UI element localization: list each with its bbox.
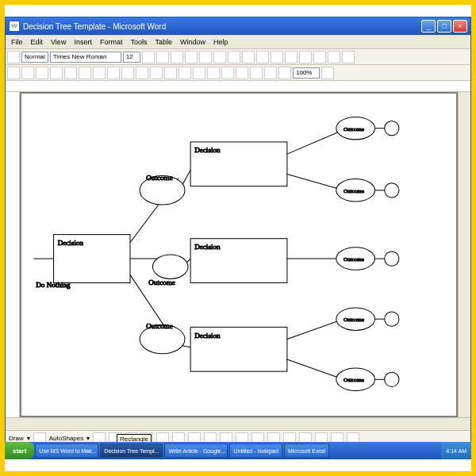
- vertical-ruler[interactable]: [6, 92, 20, 417]
- italic-button[interactable]: [156, 51, 169, 63]
- windows-taskbar: start Use MS Word to Mak... Decision Tre…: [5, 442, 471, 459]
- menu-file[interactable]: File: [7, 38, 27, 46]
- taskbar-item-1[interactable]: Use MS Word to Mak...: [35, 443, 98, 458]
- system-tray[interactable]: 4:14 AM: [441, 442, 471, 459]
- font-size-select[interactable]: 12: [123, 52, 140, 63]
- new-button[interactable]: [7, 67, 20, 79]
- decision-label-mid: Decision: [194, 243, 221, 251]
- menu-window[interactable]: Window: [176, 38, 209, 46]
- outcome-label-mid: Outcome: [148, 278, 175, 286]
- svg-line-7: [287, 130, 344, 154]
- borders-button[interactable]: [313, 51, 326, 63]
- horizontal-ruler[interactable]: [6, 81, 470, 92]
- decision-label-root: Decision: [58, 239, 84, 247]
- open-button[interactable]: [21, 67, 34, 79]
- terminal-circle-e[interactable]: [385, 372, 399, 386]
- spelling-button[interactable]: [79, 67, 91, 79]
- svg-line-6: [182, 346, 190, 347]
- menu-tools[interactable]: Tools: [126, 38, 151, 46]
- svg-line-8: [287, 175, 344, 190]
- start-button[interactable]: start: [5, 442, 34, 459]
- font-select[interactable]: Times New Roman: [50, 52, 121, 63]
- menu-table[interactable]: Table: [151, 38, 176, 46]
- justify-button[interactable]: [228, 51, 240, 63]
- close-button[interactable]: ×: [453, 20, 467, 33]
- maximize-button[interactable]: □: [437, 20, 451, 33]
- show-hide-button[interactable]: [278, 67, 291, 79]
- drawing-button[interactable]: [250, 67, 263, 79]
- vertical-scrollbar[interactable]: [458, 92, 470, 417]
- redo-button[interactable]: [164, 67, 177, 79]
- taskbar-item-3[interactable]: Write Article - Google...: [164, 443, 228, 458]
- style-select[interactable]: Normal: [21, 52, 48, 63]
- highlight-button[interactable]: [328, 51, 340, 63]
- hyperlink-button[interactable]: [178, 67, 191, 79]
- font-color-button[interactable]: [342, 51, 355, 63]
- align-center-button[interactable]: [199, 51, 212, 63]
- decision-label-top: Decision: [194, 146, 221, 154]
- line-spacing-button[interactable]: [242, 51, 255, 63]
- word-app-icon: W: [9, 21, 20, 32]
- app-window: W Decision Tree Template - Microsoft Wor…: [5, 17, 471, 459]
- menu-insert[interactable]: Insert: [70, 38, 96, 46]
- outcome-label-top: Outcome: [146, 174, 172, 182]
- undo-button[interactable]: [150, 67, 163, 79]
- terminal-circle-d[interactable]: [385, 312, 399, 326]
- doc-map-button[interactable]: [264, 67, 277, 79]
- start-label: start: [13, 447, 26, 455]
- draw-menu[interactable]: Draw: [9, 435, 24, 442]
- decision-label-bot: Decision: [194, 332, 221, 340]
- tables-borders-button[interactable]: [193, 67, 205, 79]
- outcome-small-label-a: Outcome: [344, 126, 364, 132]
- terminal-circle-c[interactable]: [385, 251, 399, 266]
- format-painter-button[interactable]: [136, 67, 148, 79]
- autoshapes-menu[interactable]: AutoShapes: [49, 435, 84, 442]
- horizontal-scrollbar[interactable]: [6, 417, 470, 430]
- align-left-button[interactable]: [185, 51, 198, 63]
- outcome-small-label-c: Outcome: [344, 256, 364, 263]
- svg-line-5: [186, 259, 190, 263]
- taskbar-item-5[interactable]: Microsoft Excel: [284, 443, 329, 458]
- copy-button[interactable]: [107, 67, 120, 79]
- menu-edit[interactable]: Edit: [27, 38, 48, 46]
- increase-indent-button[interactable]: [299, 51, 312, 63]
- numbering-button[interactable]: [256, 51, 269, 63]
- print-preview-button[interactable]: [64, 67, 77, 79]
- window-title: Decision Tree Template - Microsoft Word: [23, 22, 166, 31]
- menu-view[interactable]: View: [47, 38, 70, 46]
- minimize-button[interactable]: _: [421, 20, 436, 33]
- underline-button[interactable]: [171, 51, 183, 63]
- decision-tree-diagram: Decision Do Nothing Outcome Outcome Outc…: [21, 94, 456, 416]
- paste-button[interactable]: [121, 67, 134, 79]
- align-right-button[interactable]: [213, 51, 226, 63]
- outcome-small-label-d: Outcome: [344, 317, 364, 323]
- outcome-small-label-b: Outcome: [344, 188, 364, 194]
- excel-button[interactable]: [221, 67, 234, 79]
- taskbar-item-2[interactable]: Decision Tree Templ...: [100, 443, 163, 458]
- title-bar[interactable]: W Decision Tree Template - Microsoft Wor…: [6, 17, 470, 35]
- terminal-circle-a[interactable]: [385, 121, 399, 136]
- outcome-small-label-e: Outcome: [344, 377, 364, 383]
- help-button[interactable]: [321, 67, 334, 79]
- cut-button[interactable]: [93, 67, 106, 79]
- bold-button[interactable]: [142, 51, 155, 63]
- terminal-circle-b[interactable]: [385, 183, 399, 198]
- menu-help[interactable]: Help: [209, 38, 232, 46]
- outcome-ellipse-mid[interactable]: [152, 255, 188, 278]
- save-button[interactable]: [36, 67, 48, 79]
- svg-line-13: [287, 319, 344, 339]
- workspace: Decision Do Nothing Outcome Outcome Outc…: [6, 92, 470, 417]
- menu-format[interactable]: Format: [96, 38, 127, 46]
- svg-line-4: [182, 170, 190, 184]
- outline-view-icon[interactable]: [7, 51, 20, 63]
- tray-clock: 4:14 AM: [446, 448, 466, 454]
- document-page[interactable]: Decision Do Nothing Outcome Outcome Outc…: [21, 94, 456, 416]
- bullets-button[interactable]: [271, 51, 283, 63]
- taskbar-item-4[interactable]: Untitled - Notepad: [229, 443, 282, 458]
- print-button[interactable]: [50, 67, 63, 79]
- columns-button[interactable]: [236, 67, 248, 79]
- decrease-indent-button[interactable]: [285, 51, 298, 63]
- zoom-select[interactable]: 100%: [293, 67, 320, 79]
- insert-table-button[interactable]: [207, 67, 220, 79]
- menu-bar: File Edit View Insert Format Tools Table…: [6, 35, 470, 49]
